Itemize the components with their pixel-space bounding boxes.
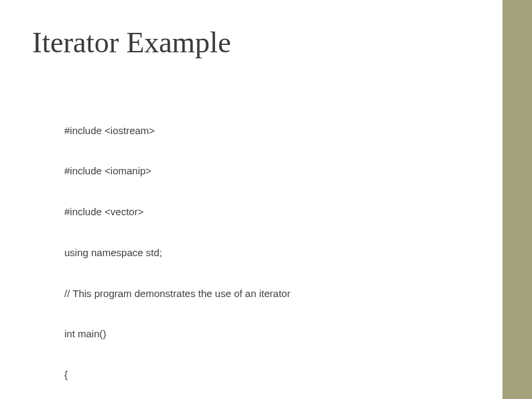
code-line: #include <vector> xyxy=(64,205,290,219)
code-line: using namespace std; xyxy=(64,246,290,260)
slide-title: Iterator Example xyxy=(32,25,231,60)
code-block: #include <iostream> #include <iomanip> #… xyxy=(64,97,290,399)
code-line: int main() xyxy=(64,327,290,341)
code-line: { xyxy=(64,368,290,382)
code-line: #include <iostream> xyxy=(64,124,290,137)
code-line: #include <iomanip> xyxy=(64,164,290,178)
code-line: // This program demonstrates the use of … xyxy=(64,287,290,300)
sidebar-accent xyxy=(503,0,532,399)
slide: Iterator Example #include <iostream> #in… xyxy=(0,0,532,399)
